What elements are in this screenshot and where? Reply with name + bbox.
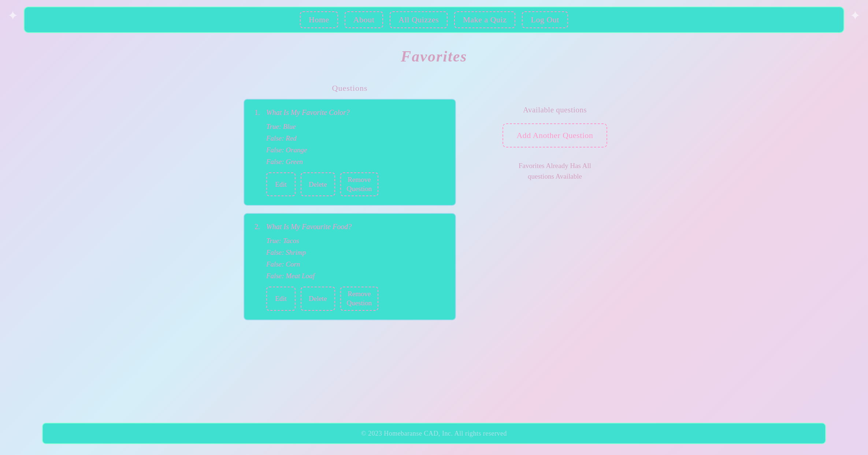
main-content: Questions 1. What Is My Favorite Color? … [0, 83, 868, 328]
answer-1-4: False: Green [255, 158, 445, 166]
question-text-2: What Is My Favourite Food? [266, 223, 352, 231]
remove-button-1[interactable]: RemoveQuestion [340, 172, 379, 196]
page-title: Favorites [0, 48, 868, 65]
answer-2-4: False: Meat Loaf [255, 272, 445, 280]
answer-1-1: True: Blue [255, 123, 445, 131]
answer-1-3: False: Orange [255, 146, 445, 154]
answer-2-1: True: Tacos [255, 237, 445, 245]
answer-1-2: False: Red [255, 134, 445, 142]
nav-all-quizzes[interactable]: All Quizzes [390, 11, 448, 28]
nav-about[interactable]: About [345, 11, 383, 28]
questions-panel: Questions 1. What Is My Favorite Color? … [244, 83, 456, 328]
question-number-1: 1. [255, 108, 263, 117]
nav-make-a-quiz[interactable]: Make a Quiz [454, 11, 515, 28]
answer-2-2: False: Shrimp [255, 249, 445, 257]
already-has-label: Favorites Already Has Allquestions Avail… [519, 161, 591, 182]
available-questions-label: Available questions [523, 105, 587, 115]
footer: © 2023 Homebaranse CAD, Inc. All rights … [42, 423, 826, 444]
footer-text: © 2023 Homebaranse CAD, Inc. All rights … [361, 430, 507, 437]
remove-button-2[interactable]: RemoveQuestion [340, 287, 379, 310]
star-icon-right: ✦ [850, 8, 861, 23]
question-card-1: 1. What Is My Favorite Color? True: Blue… [244, 99, 456, 206]
star-icon-left: ✦ [7, 8, 18, 23]
card-1-buttons: Edit Delete RemoveQuestion [255, 172, 445, 196]
edit-button-1[interactable]: Edit [266, 172, 296, 196]
navigation: Home About All Quizzes Make a Quiz Log O… [300, 11, 568, 28]
nav-log-out[interactable]: Log Out [522, 11, 568, 28]
edit-button-2[interactable]: Edit [266, 287, 296, 310]
question-row-1: 1. What Is My Favorite Color? [255, 108, 445, 117]
question-number-2: 2. [255, 223, 263, 231]
delete-button-1[interactable]: Delete [301, 172, 335, 196]
right-panel: Available questions Add Another Question… [485, 105, 624, 328]
add-another-question-button[interactable]: Add Another Question [502, 123, 607, 148]
question-row-2: 2. What Is My Favourite Food? [255, 223, 445, 231]
question-text-1: What Is My Favorite Color? [266, 108, 350, 117]
question-card-2: 2. What Is My Favourite Food? True: Taco… [244, 213, 456, 320]
answer-2-3: False: Corn [255, 260, 445, 268]
header: Home About All Quizzes Make a Quiz Log O… [24, 7, 844, 33]
delete-button-2[interactable]: Delete [301, 287, 335, 310]
card-2-buttons: Edit Delete RemoveQuestion [255, 287, 445, 310]
questions-label: Questions [332, 83, 368, 93]
nav-home[interactable]: Home [300, 11, 338, 28]
